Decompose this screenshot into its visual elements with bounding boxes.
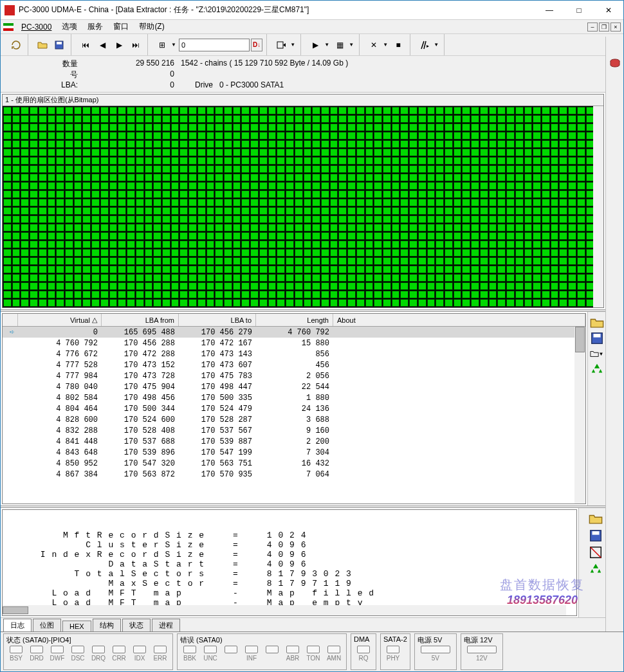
col-virtual[interactable]: Virtual △ [18, 314, 102, 326]
tab-0[interactable]: 日志 [3, 619, 32, 632]
grid2-dropdown[interactable]: ▼ [349, 42, 355, 48]
tab-3[interactable]: 结构 [93, 619, 121, 631]
grid-dropdown[interactable]: ▼ [171, 42, 178, 48]
data-tag: D↓ [251, 39, 262, 51]
last-button[interactable]: ⏭ [128, 37, 143, 53]
status-group-sata2: SATA-2 PHY [380, 633, 410, 670]
log-clear-icon[interactable] [589, 545, 603, 559]
tab-4[interactable]: 状态 [122, 619, 151, 631]
table-row[interactable]: 4 804 464170 500 344170 524 47924 136 [3, 403, 585, 414]
side-drive-icon[interactable] [608, 56, 622, 70]
save-button[interactable] [51, 37, 67, 53]
tbl-open-icon[interactable] [590, 316, 604, 330]
child-restore-button[interactable]: ❐ [599, 23, 609, 32]
log-line: I n d e x R e c o r d S i z e = 4 0 9 6 [6, 550, 573, 559]
bitmap-area[interactable] [3, 106, 603, 307]
col-about[interactable]: About [333, 314, 585, 326]
address-input[interactable] [179, 39, 250, 51]
count-extra: 1542 - chains ( 15 129 710 592 Byte / 14… [181, 59, 599, 69]
titlebar: PC-3000 UDMA-E - China - [Data Extractor… [1, 1, 623, 20]
log-save-icon[interactable] [589, 529, 603, 543]
play-dropdown[interactable]: ▼ [324, 42, 331, 48]
table-row[interactable]: 4 776 672170 472 288170 473 143856 [3, 349, 585, 359]
statusbar: 状态 (SATA0)-[PIO4] BSYDRDDWFDSCDRQCRRIDXE… [1, 631, 623, 671]
open-button[interactable] [35, 37, 50, 53]
exit-dropdown[interactable]: ▼ [434, 42, 440, 48]
col-lba-from[interactable]: LBA from [102, 314, 179, 326]
refresh-button[interactable] [8, 37, 24, 53]
led-5V: 5V [418, 646, 454, 662]
tbl-folder-icon[interactable]: ▼ [590, 347, 604, 361]
grid-button[interactable]: ⊞ [154, 37, 170, 53]
table-body[interactable]: ➪0165 695 488170 456 2794 760 7924 760 7… [3, 327, 585, 504]
side-strip [605, 37, 623, 631]
log-hscrollbar[interactable] [3, 605, 566, 615]
stop-button[interactable]: ■ [390, 37, 406, 53]
log-recycle-icon[interactable] [589, 562, 603, 576]
child-close-button[interactable]: × [610, 23, 621, 32]
minimize-button[interactable]: — [535, 1, 564, 20]
led-BBK: BBK [180, 646, 199, 662]
log-output[interactable]: M f t R e c o r d S i z e = 1 0 2 4 C l … [2, 509, 577, 616]
child-minimize-button[interactable]: – [587, 23, 598, 32]
led-AMN: AMN [324, 646, 344, 662]
table-row[interactable]: 4 802 584170 498 456170 500 3351 880 [3, 392, 585, 403]
tbl-save-icon[interactable] [590, 331, 604, 345]
tab-2[interactable]: HEX [62, 621, 91, 631]
svg-rect-0 [3, 23, 14, 26]
log-line: C l u s t e r S i z e = 4 0 9 6 [6, 540, 573, 550]
table-row[interactable]: 4 777 984170 473 728170 475 7832 056 [3, 370, 585, 381]
menu-service[interactable]: 服务 [82, 20, 108, 33]
next-button[interactable]: ▶ [111, 37, 127, 53]
led-UNC: UNC [201, 646, 220, 662]
maximize-button[interactable]: □ [564, 1, 594, 20]
bitmap-scrollbar[interactable] [593, 106, 603, 307]
table-row[interactable]: 4 843 648170 539 896170 547 1997 304 [3, 447, 585, 458]
tbl-recycle-icon[interactable] [590, 362, 604, 376]
svg-rect-5 [277, 42, 283, 48]
tools-dropdown[interactable]: ▼ [383, 42, 389, 48]
close-button[interactable]: ✕ [594, 1, 623, 20]
log-open-icon[interactable] [589, 512, 603, 526]
tab-5[interactable]: 进程 [152, 619, 180, 631]
col-length[interactable]: Length [256, 314, 333, 326]
menu-window[interactable]: 窗口 [108, 20, 134, 33]
led-RQ: RQ [354, 646, 373, 662]
prev-button[interactable]: ◀ [95, 37, 110, 53]
window-title: PC-3000 UDMA-E - China - [Data Extractor… [19, 5, 535, 15]
app-icon [5, 5, 15, 15]
export-dropdown[interactable]: ▼ [290, 42, 297, 48]
menu-options[interactable]: 选项 [57, 20, 82, 33]
table-row[interactable]: 4 841 448170 537 688170 539 8872 200 [3, 436, 585, 447]
log-line: M f t R e c o r d S i z e = 1 0 2 4 [6, 531, 573, 540]
bottom-tabs: 日志位图HEX结构状态进程 [1, 617, 605, 631]
table-row[interactable]: 4 780 040170 475 904170 498 44722 544 [3, 381, 585, 392]
table-row[interactable]: 4 832 288170 528 408170 537 5679 160 [3, 425, 585, 436]
first-button[interactable]: ⏮ [78, 37, 93, 53]
tab-1[interactable]: 位图 [33, 619, 61, 631]
menu-help[interactable]: 帮助(Z) [134, 20, 169, 33]
svg-rect-4 [57, 42, 62, 44]
table-row[interactable]: 4 760 792170 456 288170 472 16715 880 [3, 338, 585, 349]
table-row[interactable]: 4 867 384170 563 872170 570 9357 064 [3, 469, 585, 480]
exit-button[interactable] [417, 37, 432, 53]
play-button[interactable]: ▶ [307, 37, 323, 53]
svg-rect-1 [3, 26, 14, 28]
table-scrollbar[interactable] [574, 327, 585, 504]
id-label: 号 [7, 69, 84, 80]
grid2-button[interactable]: ▦ [332, 37, 347, 53]
menu-pc3000[interactable]: PC-3000 [16, 21, 57, 33]
svg-rect-2 [3, 28, 14, 31]
table-row[interactable]: 4 850 952170 547 320170 563 75116 432 [3, 458, 585, 469]
lba-label: LBA: [7, 80, 84, 89]
col-lba-to[interactable]: LBA to [179, 314, 256, 326]
table-row[interactable]: 4 777 528170 473 152170 473 607456 [3, 359, 585, 370]
tools-button[interactable]: ✕ [366, 37, 381, 53]
drive-value: 0 - PC3000 SATA1 [219, 80, 284, 89]
svg-rect-10 [592, 531, 600, 535]
lba-table: Virtual △ LBA from LBA to Length About ➪… [2, 313, 586, 504]
export-button[interactable] [273, 37, 289, 53]
table-row[interactable]: 4 828 600170 524 600170 528 2873 688 [3, 414, 585, 425]
drive-label: Drive [181, 80, 213, 89]
table-row[interactable]: ➪0165 695 488170 456 2794 760 792 [3, 327, 585, 338]
